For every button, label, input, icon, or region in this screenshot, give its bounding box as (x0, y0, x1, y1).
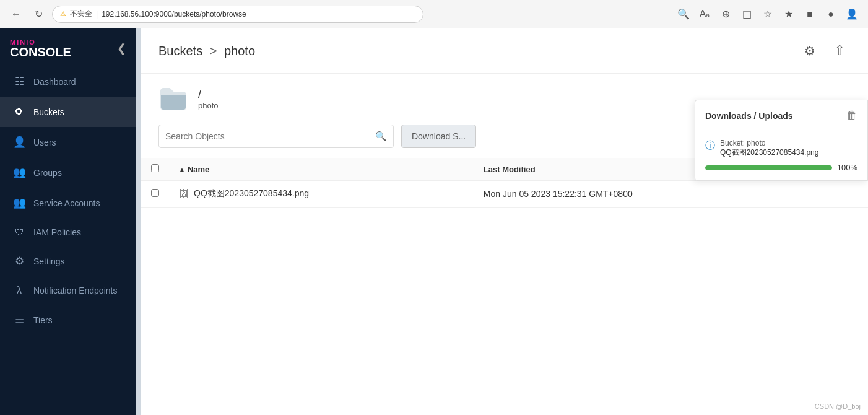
sort-arrow-icon: ▲ (179, 166, 185, 173)
sidebar-item-label: Settings (33, 256, 65, 266)
row-last-modified: Mon Jun 05 2023 15:22:31 GMT+0800 (474, 181, 817, 208)
browser-chrome: ← ↻ ⚠ 不安全 | 192.168.56.100:9000/buckets/… (0, 0, 868, 28)
progress-bar-fill (705, 165, 832, 170)
row-name-cell: 🖼 QQ截图20230527085434.png (169, 181, 474, 208)
select-all-checkbox[interactable] (151, 164, 159, 172)
main-header: Buckets > photo ⚙ ⇧ (141, 28, 868, 74)
info-icon: ⓘ (705, 139, 715, 152)
folder-info: / photo (198, 88, 219, 110)
sidebar-item-label: Service Accounts (33, 198, 100, 208)
progress-row: 100% (705, 163, 857, 172)
sidebar-item-iam-policies[interactable]: 🛡 IAM Policies (0, 218, 136, 246)
main-content: Buckets > photo ⚙ ⇧ / photo (141, 28, 868, 415)
download-item: ⓘ Bucket: photo QQ截图20230527085434.png 1… (695, 131, 867, 180)
sidebar-item-buckets[interactable]: ⭘ Buckets (0, 97, 136, 127)
th-checkbox (141, 158, 169, 181)
browser-star-btn[interactable]: ☆ (759, 6, 776, 23)
breadcrumb: Buckets > photo (158, 44, 255, 58)
service-accounts-icon: 👥 (12, 196, 26, 209)
sidebar-item-label: Tiers (33, 315, 53, 325)
back-button[interactable]: ← (7, 6, 25, 23)
sidebar-collapse-button[interactable]: ❮ (117, 42, 126, 55)
sidebar-item-dashboard[interactable]: ☷ Dashboard (0, 66, 136, 97)
browser-read-btn[interactable]: Aₐ (696, 6, 713, 23)
sidebar-item-tiers[interactable]: ⚌ Tiers (0, 305, 136, 335)
lock-icon: ⚠ (60, 10, 66, 18)
sidebar-item-label: Notification Endpoints (33, 286, 117, 295)
settings-button[interactable]: ⚙ (799, 40, 821, 62)
header-actions: ⚙ ⇧ (799, 40, 851, 62)
sidebar-item-label: Groups (33, 168, 62, 178)
search-input[interactable] (165, 131, 370, 141)
browser-search-btn[interactable]: 🔍 (675, 6, 692, 23)
iam-icon: 🛡 (12, 227, 26, 237)
settings-icon: ⚙ (12, 255, 26, 268)
table-body: 🖼 QQ截图20230527085434.png Mon Jun 05 2023… (141, 181, 868, 208)
address-text: 192.168.56.100:9000/buckets/photo/browse (102, 10, 246, 19)
browser-split-btn[interactable]: ◫ (738, 6, 755, 23)
users-icon: 👤 (12, 136, 26, 149)
row-name: QQ截图20230527085434.png (194, 188, 309, 199)
sidebar-item-service-accounts[interactable]: 👥 Service Accounts (0, 188, 136, 218)
sidebar-item-label: Buckets (33, 107, 64, 117)
breadcrumb-buckets: Buckets (158, 44, 202, 58)
app-wrapper: MINIO CONSOLE ❮ ☷ Dashboard ⭘ Buckets 👤 … (0, 28, 868, 415)
address-bar: ⚠ 不安全 | 192.168.56.100:9000/buckets/phot… (52, 6, 423, 23)
dashboard-icon: ☷ (12, 75, 26, 88)
downloads-items: ⓘ Bucket: photo QQ截图20230527085434.png 1… (695, 131, 867, 180)
progress-percentage: 100% (837, 163, 857, 172)
sidebar: MINIO CONSOLE ❮ ☷ Dashboard ⭘ Buckets 👤 … (0, 28, 136, 415)
watermark: CSDN @D_boj (815, 403, 861, 410)
groups-icon: 👥 (12, 166, 26, 179)
sidebar-item-label: Dashboard (33, 77, 76, 87)
downloads-header: Downloads / Uploads 🗑 (695, 100, 867, 131)
sidebar-item-label: Users (33, 138, 56, 147)
insecure-label: 不安全 (70, 9, 92, 19)
download-item-header: ⓘ Bucket: photo QQ截图20230527085434.png (705, 139, 857, 158)
notification-icon: λ (12, 285, 26, 296)
buckets-icon: ⭘ (12, 105, 26, 118)
reload-button[interactable]: ↻ (30, 6, 47, 23)
sidebar-item-label: IAM Policies (33, 227, 81, 237)
logo-console: CONSOLE (10, 46, 71, 58)
sidebar-item-groups[interactable]: 👥 Groups (0, 157, 136, 188)
sidebar-divider (136, 28, 141, 415)
search-icon: 🔍 (375, 131, 387, 142)
browser-profile-btn[interactable]: 👤 (843, 6, 861, 23)
row-size (817, 181, 868, 208)
folder-slash: / (198, 88, 219, 101)
sidebar-item-settings[interactable]: ⚙ Settings (0, 246, 136, 276)
tiers-icon: ⚌ (12, 313, 26, 326)
download-summary-button[interactable]: Download S... (401, 124, 476, 148)
folder-name: photo (198, 101, 219, 110)
browser-fav-btn[interactable]: ★ (780, 6, 797, 23)
row-checkbox-cell (141, 181, 169, 208)
th-name: ▲ Name (169, 158, 474, 181)
breadcrumb-current: photo (224, 44, 255, 58)
downloads-panel: Downloads / Uploads 🗑 ⓘ Bucket: photo QQ… (695, 100, 868, 181)
download-filename: QQ截图20230527085434.png (720, 147, 818, 158)
browser-translate-btn[interactable]: ⊕ (717, 6, 734, 23)
download-bucket-label: Bucket: photo (720, 139, 818, 147)
table-row: 🖼 QQ截图20230527085434.png Mon Jun 05 2023… (141, 181, 868, 208)
downloads-delete-button[interactable]: 🗑 (846, 109, 857, 122)
upload-button[interactable]: ⇧ (828, 40, 851, 62)
downloads-title: Downloads / Uploads (705, 111, 793, 121)
folder-icon-wrap (158, 86, 188, 112)
sidebar-item-users[interactable]: 👤 Users (0, 127, 136, 157)
folder-icon (158, 86, 188, 112)
address-separator: | (96, 10, 98, 19)
browser-ext-btn[interactable]: ■ (801, 6, 818, 23)
browser-more-btn[interactable]: ● (822, 6, 840, 23)
breadcrumb-separator: > (210, 44, 220, 58)
search-input-wrap: 🔍 (158, 124, 394, 148)
progress-bar-background (705, 165, 832, 170)
file-icon: 🖼 (179, 188, 189, 199)
browser-actions: 🔍 Aₐ ⊕ ◫ ☆ ★ ■ ● 👤 (675, 6, 861, 23)
row-checkbox[interactable] (151, 189, 159, 197)
sidebar-item-notification-endpoints[interactable]: λ Notification Endpoints (0, 276, 136, 305)
sidebar-logo: MINIO CONSOLE ❮ (0, 28, 136, 66)
logo-block: MINIO CONSOLE (10, 38, 71, 58)
